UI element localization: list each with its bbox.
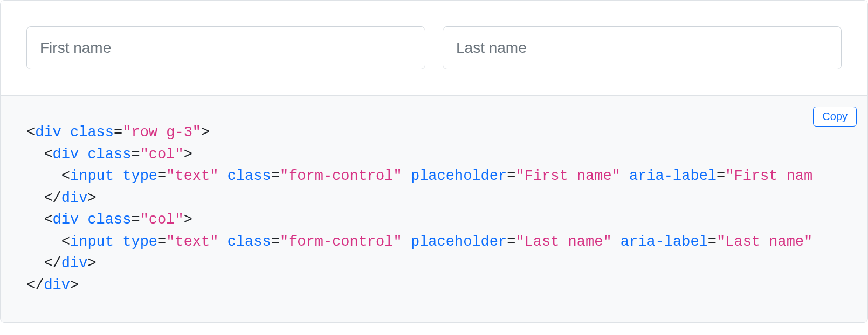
doc-example-card: Copy <div class="row g-3"> <div class="c… — [0, 0, 868, 323]
angle: > — [201, 124, 210, 141]
str: "form-control" — [280, 168, 402, 184]
angle: </ — [44, 190, 61, 206]
sp — [612, 234, 621, 250]
angle: < — [44, 146, 52, 163]
angle: > — [70, 277, 79, 294]
tag: div — [53, 212, 79, 228]
str: "row g-3" — [122, 124, 201, 141]
attr: placeholder — [411, 168, 507, 184]
indent — [26, 190, 44, 206]
eq: = — [507, 168, 515, 184]
eq: = — [131, 146, 140, 163]
angle: < — [44, 212, 52, 228]
sp — [402, 168, 411, 184]
angle: < — [61, 168, 70, 184]
eq: = — [271, 168, 280, 184]
attr: type — [122, 234, 157, 250]
indent — [26, 146, 44, 163]
tag: div — [35, 124, 61, 141]
angle: < — [26, 124, 35, 141]
code-pre: <div class="row g-3"> <div class="col"> … — [26, 122, 842, 296]
eq: = — [157, 168, 166, 184]
attr: class — [228, 168, 271, 184]
attr: type — [122, 168, 157, 184]
attr: aria-label — [629, 168, 717, 184]
angle: > — [184, 212, 192, 228]
str: "First nam — [725, 168, 812, 184]
attr: class — [70, 124, 114, 141]
sp — [79, 146, 87, 163]
angle: </ — [26, 277, 44, 294]
str: "form-control" — [280, 234, 402, 250]
tag: div — [44, 277, 70, 294]
copy-button[interactable]: Copy — [813, 107, 857, 127]
str: "First name" — [515, 168, 620, 184]
eq: = — [717, 168, 725, 184]
sp — [218, 234, 227, 250]
form-row — [26, 26, 842, 69]
eq: = — [708, 234, 717, 250]
indent — [26, 168, 61, 184]
tag: input — [70, 168, 114, 184]
tag: div — [53, 146, 79, 163]
str: "text" — [166, 234, 218, 250]
code: <div class="row g-3"> <div class="col"> … — [26, 124, 812, 294]
col-last-name — [443, 26, 842, 69]
sp — [402, 234, 411, 250]
tag: input — [70, 234, 114, 250]
live-example — [1, 1, 867, 95]
last-name-input[interactable] — [443, 26, 842, 69]
sp — [61, 124, 70, 141]
eq: = — [507, 234, 515, 250]
angle: > — [184, 146, 192, 163]
sp — [621, 168, 629, 184]
code-example: Copy <div class="row g-3"> <div class="c… — [1, 95, 867, 322]
indent — [26, 212, 44, 228]
angle: < — [61, 234, 70, 250]
eq: = — [114, 124, 122, 141]
eq: = — [157, 234, 166, 250]
str: "Last name" — [515, 234, 611, 250]
eq: = — [131, 212, 140, 228]
attr: class — [228, 234, 271, 250]
eq: = — [271, 234, 280, 250]
angle: > — [87, 255, 96, 271]
str: "Last name" — [717, 234, 812, 250]
first-name-input[interactable] — [26, 26, 425, 69]
str: "col" — [140, 212, 184, 228]
sp — [114, 234, 122, 250]
sp — [79, 212, 87, 228]
sp — [218, 168, 227, 184]
str: "text" — [166, 168, 218, 184]
attr: aria-label — [621, 234, 708, 250]
str: "col" — [140, 146, 184, 163]
angle: > — [87, 190, 96, 206]
tag: div — [61, 255, 88, 271]
indent — [26, 255, 44, 271]
indent — [26, 234, 61, 250]
sp — [114, 168, 122, 184]
attr: placeholder — [411, 234, 507, 250]
col-first-name — [26, 26, 425, 69]
attr: class — [87, 146, 131, 163]
tag: div — [61, 190, 88, 206]
angle: </ — [44, 255, 61, 271]
attr: class — [87, 212, 131, 228]
